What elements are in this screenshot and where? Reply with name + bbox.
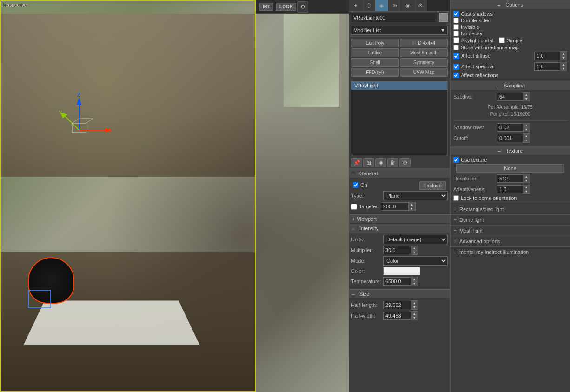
cutoff-input[interactable]: [497, 134, 523, 142]
multiplier-down[interactable]: ▼: [411, 250, 418, 254]
cast-shadows-row: Cast shadows: [453, 11, 567, 17]
modifier-panel: ✦ ⬡ ◈ ⊕ ◉ ⚙ Modifier List ▼ Edit Poly FF…: [349, 0, 450, 392]
targeted-checkbox[interactable]: [351, 204, 357, 210]
temperature-down[interactable]: ▼: [411, 281, 418, 286]
adaptiveness-input[interactable]: [497, 185, 523, 193]
double-sided-label: Double-sided: [461, 18, 491, 23]
multiplier-up[interactable]: ▲: [411, 246, 418, 250]
viewport-section-header[interactable]: + Viewport: [349, 214, 450, 224]
make-unique-btn[interactable]: ◈: [375, 158, 386, 167]
configure-btn[interactable]: ⚙: [399, 158, 411, 167]
object-color-swatch[interactable]: [439, 13, 448, 22]
half-width-up[interactable]: ▲: [411, 312, 418, 316]
subdivs-down[interactable]: ▼: [523, 97, 530, 101]
on-checkbox[interactable]: [353, 182, 358, 188]
affect-reflections-checkbox[interactable]: [453, 73, 459, 78]
cutoff-up[interactable]: ▲: [523, 134, 530, 138]
invisible-checkbox[interactable]: [453, 24, 459, 30]
general-section-header[interactable]: – General: [349, 169, 450, 178]
pin-stack-btn[interactable]: 📌: [351, 158, 362, 167]
mental-ray-section[interactable]: + mental ray Indirect Illumination: [451, 246, 570, 257]
subdivs-up[interactable]: ▲: [523, 93, 530, 97]
multiplier-input[interactable]: [383, 246, 411, 254]
half-width-input[interactable]: [383, 312, 411, 320]
toolbar-icon-1[interactable]: ⚙: [297, 1, 308, 13]
stack-toolbar: 📌 ⊞ ◈ 🗑 ⚙: [349, 157, 450, 169]
options-section-header[interactable]: – Options: [451, 0, 570, 9]
tab-motion[interactable]: ⊕: [388, 0, 401, 11]
mode-select[interactable]: Color Temperature: [383, 256, 448, 266]
modifier-list-dropdown[interactable]: Modifier List ▼: [351, 26, 448, 35]
sampling-section-header[interactable]: – Sampling: [451, 81, 570, 90]
affect-specular-up[interactable]: ▲: [560, 62, 567, 66]
tab-modify[interactable]: ⬡: [362, 0, 375, 11]
shadow-bias-down[interactable]: ▼: [523, 127, 530, 132]
btn-ffdcyl[interactable]: FFD(cyl): [351, 68, 399, 77]
tab-hierarchy[interactable]: ◈: [375, 0, 388, 11]
none-button[interactable]: None: [456, 164, 564, 173]
show-end-result-btn[interactable]: ⊞: [363, 158, 374, 167]
color-swatch-intensity[interactable]: [383, 267, 420, 275]
affect-diffuse-checkbox[interactable]: [453, 53, 459, 59]
cast-shadows-checkbox[interactable]: [453, 11, 459, 17]
targeted-down[interactable]: ▼: [409, 206, 415, 211]
advanced-options-section[interactable]: + Advanced options: [451, 236, 570, 246]
half-length-up[interactable]: ▲: [411, 301, 418, 305]
shadow-bias-up[interactable]: ▲: [523, 123, 530, 127]
btn-lattice[interactable]: Lattice: [351, 48, 399, 57]
cutoff-down[interactable]: ▼: [523, 138, 530, 142]
invisible-row: Invisible: [453, 24, 567, 30]
intensity-section-toggle: –: [352, 226, 358, 231]
half-width-down[interactable]: ▼: [411, 316, 418, 320]
store-irradiance-checkbox[interactable]: [453, 45, 459, 50]
dome-light-section[interactable]: + Dome light: [451, 214, 570, 225]
affect-diffuse-down[interactable]: ▼: [560, 56, 567, 60]
affect-specular-down[interactable]: ▼: [560, 66, 567, 71]
targeted-up[interactable]: ▲: [409, 202, 415, 206]
rectangle-disc-light-section[interactable]: + Rectangle/disc light: [451, 204, 570, 214]
lock-dome-checkbox[interactable]: [453, 195, 459, 201]
temperature-input[interactable]: [383, 277, 411, 286]
half-length-input[interactable]: [383, 301, 411, 309]
tab-utilities[interactable]: ⚙: [414, 0, 427, 11]
targeted-input[interactable]: [381, 202, 409, 211]
btn-symmetry[interactable]: Symmetry: [400, 58, 448, 67]
half-length-down[interactable]: ▼: [411, 305, 418, 309]
mesh-light-section[interactable]: + Mesh light: [451, 225, 570, 236]
skylight-portal-checkbox[interactable]: [453, 37, 459, 43]
size-section-header[interactable]: – Size: [349, 289, 450, 299]
units-select[interactable]: Default (image): [383, 235, 448, 244]
type-select[interactable]: Plane: [383, 191, 448, 200]
affect-diffuse-input[interactable]: [534, 52, 560, 60]
use-texture-checkbox[interactable]: [453, 157, 459, 163]
resolution-label: Resolution:: [453, 176, 495, 181]
temperature-up[interactable]: ▲: [411, 277, 418, 281]
affect-diffuse-up[interactable]: ▲: [560, 52, 567, 56]
intensity-section-header[interactable]: – Intensity: [349, 224, 450, 233]
resolution-down[interactable]: ▼: [523, 179, 530, 183]
adaptiveness-down[interactable]: ▼: [523, 189, 530, 193]
modifier-buttons-grid: Edit Poly FFD 4x4x4 Lattice MeshSmooth S…: [349, 37, 450, 79]
subdivs-input[interactable]: [497, 93, 523, 101]
btn-ffd4x4x4[interactable]: FFD 4x4x4: [400, 39, 448, 47]
resolution-up[interactable]: ▲: [523, 174, 530, 179]
btn-uvw-map[interactable]: UVW Map: [400, 68, 448, 77]
tab-display[interactable]: ◉: [401, 0, 414, 11]
object-name-input[interactable]: [351, 13, 437, 22]
exclude-button[interactable]: Exclude: [419, 181, 446, 190]
affect-specular-checkbox[interactable]: [453, 64, 459, 70]
resolution-input[interactable]: [497, 174, 523, 183]
remove-modifier-btn[interactable]: 🗑: [387, 158, 398, 167]
shadow-bias-input[interactable]: [497, 123, 523, 132]
texture-section-header[interactable]: – Texture: [451, 146, 570, 155]
double-sided-checkbox[interactable]: [453, 18, 459, 23]
adaptiveness-up[interactable]: ▲: [523, 185, 530, 189]
affect-specular-input[interactable]: [534, 62, 560, 71]
tab-create[interactable]: ✦: [349, 0, 362, 11]
stack-item-vraylight[interactable]: VRayLight: [351, 81, 447, 90]
btn-shell[interactable]: Shell: [351, 58, 399, 67]
no-decay-checkbox[interactable]: [453, 31, 459, 36]
btn-meshsmooth[interactable]: MeshSmooth: [400, 48, 448, 57]
simple-checkbox[interactable]: [499, 37, 505, 43]
btn-edit-poly[interactable]: Edit Poly: [351, 39, 399, 47]
